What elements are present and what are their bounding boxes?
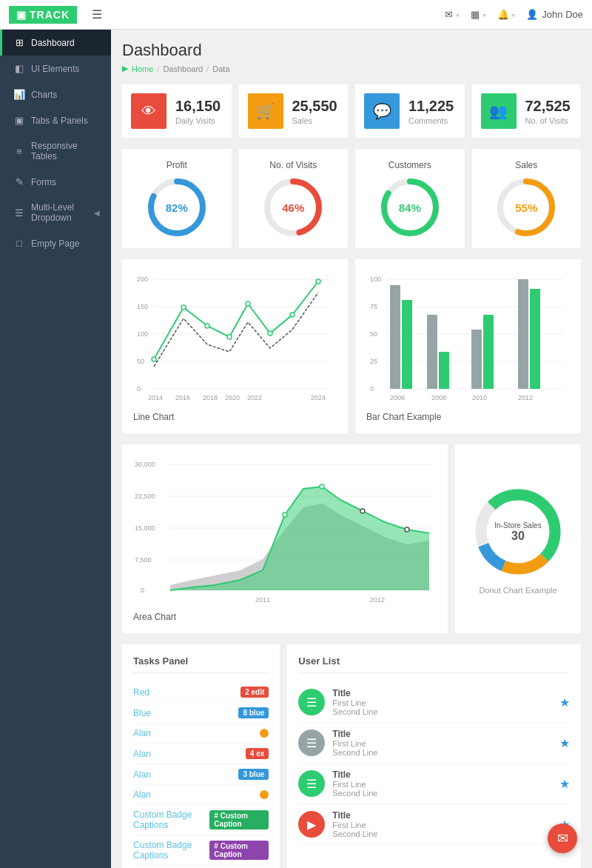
donut-card-title: Customers	[366, 160, 454, 170]
user-avatar: ☰	[298, 689, 325, 715]
svg-text:2014: 2014	[148, 394, 163, 401]
bar-chart-title: Bar Chart Example	[366, 412, 570, 422]
sidebar-item-tabs-&-panels[interactable]: ▣ Tabs & Panels	[0, 107, 111, 133]
task-badge: 8 blue	[238, 707, 269, 718]
task-name[interactable]: Alan	[133, 769, 151, 780]
sidebar-item-responsive-tables[interactable]: ≡ Responsive Tables	[0, 133, 111, 169]
sidebar-item-ui-elements[interactable]: ◧ UI Elements	[0, 56, 111, 81]
stat-card-number: 72,525	[525, 98, 571, 115]
user-title: Title	[332, 688, 559, 698]
bell-icon[interactable]: 🔔 ▾	[497, 9, 516, 20]
task-name[interactable]: Blue	[133, 708, 151, 718]
bar-chart-svg: 100 75 50 25 0	[366, 270, 566, 404]
sidebar-arrow: ◀	[94, 209, 100, 217]
sidebar-icon: ⊞	[13, 37, 25, 48]
stat-card: 🛒 25,550 Sales	[239, 84, 349, 138]
task-badge: 2 edit	[240, 687, 269, 698]
sidebar-label: Dashboard	[31, 38, 100, 48]
user-menu[interactable]: 👤 John Doe	[526, 9, 583, 20]
task-item: Custom Badge Captions# Custom Caption	[133, 805, 269, 835]
donut-wrapper: 46%	[263, 178, 323, 237]
donut-cards-row: Profit 82% No. of Visits 46% Customers 8…	[122, 149, 581, 248]
task-name[interactable]: Alan	[133, 749, 151, 759]
stat-card-icon: 🛒	[248, 93, 283, 129]
area-chart-panel: 30,000 22,500 15,000 7,500 0	[122, 444, 448, 633]
svg-point-66	[283, 513, 287, 517]
svg-text:2010: 2010	[472, 394, 487, 401]
svg-text:2012: 2012	[518, 394, 533, 401]
svg-point-68	[360, 509, 365, 513]
area-chart-title: Area Chart	[133, 612, 437, 622]
svg-text:2022: 2022	[247, 394, 262, 401]
svg-rect-44	[427, 315, 437, 389]
donut-card-title: Profit	[133, 160, 221, 170]
sidebar-item-charts[interactable]: 📊 Charts	[0, 81, 111, 107]
stat-card-label: Sales	[292, 116, 337, 125]
sidebar-item-multi-level-dropdown[interactable]: ☰ Multi-Level Dropdown ◀	[0, 195, 111, 230]
stat-card-info: 16,150 Daily Visits	[175, 98, 221, 125]
svg-point-18	[152, 357, 156, 361]
svg-point-19	[181, 305, 186, 310]
mail-icon[interactable]: ✉ ▾	[445, 9, 460, 20]
line-chart-svg: 200 150 100 50 0	[133, 270, 333, 404]
user-line1: First Line	[332, 821, 559, 829]
task-name[interactable]: Red	[133, 687, 149, 698]
breadcrumb-dashboard: Dashboard	[163, 64, 203, 73]
task-name[interactable]: Alan	[133, 789, 151, 800]
top-nav: ▣ TRACK ☰ ✉ ▾ ▦ ▾ 🔔 ▾ 👤 John Doe	[0, 0, 592, 30]
donut-label: 46%	[282, 201, 304, 214]
sidebar-label: UI Elements	[31, 64, 100, 74]
donut-label: 55%	[515, 201, 537, 214]
user-item: ▶ Title First Line Second Line ★	[298, 804, 570, 845]
user-item: ☰ Title First Line Second Line ★	[298, 723, 570, 764]
user-star-icon[interactable]: ★	[559, 777, 570, 791]
svg-text:7,500: 7,500	[135, 556, 152, 564]
task-item: Blue8 blue	[133, 703, 269, 724]
hamburger-icon[interactable]: ☰	[92, 7, 102, 21]
svg-text:0: 0	[137, 385, 141, 393]
top-nav-right: ✉ ▾ ▦ ▾ 🔔 ▾ 👤 John Doe	[445, 9, 583, 20]
stat-card: 💬 11,225 Comments	[355, 84, 465, 138]
task-item: Alan3 blue	[133, 764, 269, 785]
stat-card-label: No. of Visits	[525, 116, 571, 125]
task-name[interactable]: Custom Badge Captions	[133, 840, 209, 861]
user-line1: First Line	[332, 698, 559, 707]
user-star-icon[interactable]: ★	[559, 695, 570, 710]
tasks-panel-title: Tasks Panel	[133, 655, 269, 673]
main-content: Dashboard ▶ Home / Dashboard / Data 👁 16…	[111, 30, 592, 868]
sidebar-icon: ▣	[13, 115, 25, 126]
grid-icon[interactable]: ▦ ▾	[471, 9, 486, 20]
stat-card-icon: 👁	[131, 93, 166, 129]
stat-card-info: 11,225 Comments	[408, 98, 454, 125]
sidebar-item-dashboard[interactable]: ⊞ Dashboard	[0, 30, 111, 56]
sidebar-item-empty-page[interactable]: □ Empty Page	[0, 230, 111, 256]
user-avatar: ☰	[298, 770, 325, 797]
task-item: Alan4 ex	[133, 744, 269, 764]
svg-point-25	[316, 279, 320, 284]
stat-cards-row: 👁 16,150 Daily Visits 🛒 25,550 Sales 💬 1…	[122, 84, 581, 138]
breadcrumb-home[interactable]: Home	[132, 64, 153, 73]
svg-point-21	[227, 335, 232, 339]
svg-rect-43	[402, 300, 412, 389]
donut-card-title: Sales	[483, 160, 571, 170]
donut-card: Customers 84%	[355, 149, 465, 248]
user-star-icon[interactable]: ★	[559, 736, 570, 750]
breadcrumb-icon: ▶	[122, 64, 128, 73]
svg-text:2012: 2012	[370, 596, 385, 604]
brand-name: TRACK	[30, 9, 70, 21]
task-name[interactable]: Custom Badge Captions	[133, 809, 209, 830]
bar-chart-panel: 100 75 50 25 0	[355, 259, 581, 433]
sidebar-item-forms[interactable]: ✎ Forms	[0, 169, 111, 195]
stat-card-label: Comments	[408, 116, 454, 125]
donut-wrapper: 82%	[147, 178, 206, 237]
task-name[interactable]: Alan	[133, 728, 151, 738]
svg-text:150: 150	[137, 303, 148, 310]
fab-button[interactable]: ✉	[548, 824, 577, 853]
svg-text:2018: 2018	[203, 394, 218, 401]
sidebar-label: Responsive Tables	[31, 141, 100, 161]
top-nav-left: ▣ TRACK ☰	[9, 6, 102, 24]
donut-wrapper: 55%	[497, 178, 556, 237]
user-line1: First Line	[332, 780, 559, 789]
sidebar-icon: ☰	[13, 207, 25, 218]
brand-logo: ▣ TRACK	[9, 6, 77, 24]
